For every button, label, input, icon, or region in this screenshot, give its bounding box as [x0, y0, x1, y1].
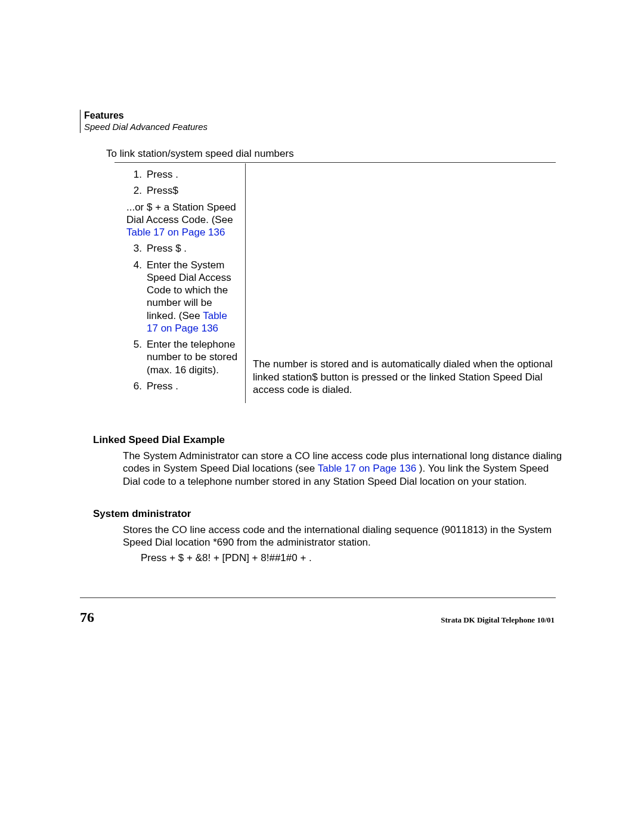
example-paragraph: The System Administrator can store a CO … [123, 450, 564, 488]
step-number: 5. [126, 338, 142, 376]
step-text: Press $ . [147, 242, 240, 255]
notes-column: The number is stored and is automaticall… [246, 163, 556, 403]
header-subtitle: Speed Dial Advanced Features [84, 122, 208, 133]
or-block: ...or $ + a Station Speed Dial Access Co… [126, 201, 240, 239]
example-section: Linked Speed Dial Example The System Adm… [93, 434, 558, 488]
step-3: 3. Press $ . [126, 242, 240, 255]
step-text: Press$ [147, 184, 240, 197]
step-text: Press . [147, 168, 240, 181]
admin-heading: System dministrator [93, 508, 558, 520]
example-heading: Linked Speed Dial Example [93, 434, 558, 446]
step-2: 2. Press$ [126, 184, 240, 197]
step-5: 5. Enter the telephone number to be stor… [126, 338, 240, 376]
lead-line: To link station/system speed dial number… [106, 148, 294, 160]
footer-line: Strata DK Digital Telephone 10/01 [441, 615, 555, 625]
step-number: 3. [126, 242, 142, 255]
press-sequence: Press + $ + &8! + [PDN] + 8!##1#0 + . [141, 552, 312, 564]
step-text: Enter the telephone number to be stored … [147, 338, 240, 376]
step-4: 4. Enter the System Speed Dial Access Co… [126, 259, 240, 335]
step-number: 1. [126, 168, 142, 181]
right-note: The number is stored and is automaticall… [253, 358, 556, 396]
admin-section: System dministrator Stores the CO line a… [93, 508, 558, 549]
cross-ref-link[interactable]: Table 17 on Page 136 [318, 463, 416, 474]
step-text: Enter the System Speed Dial Access Code … [147, 259, 240, 335]
two-column-block: 1. Press . 2. Press$ ...or $ + a Station… [114, 163, 556, 403]
footer-rule [80, 597, 556, 598]
or-pre: ...or $ + a Station Speed Dial Access Co… [126, 202, 236, 225]
step-6: 6. Press . [126, 380, 240, 392]
step-number: 4. [126, 259, 142, 335]
admin-paragraph: Stores the CO line access code and the i… [123, 524, 564, 549]
steps-column: 1. Press . 2. Press$ ...or $ + a Station… [114, 163, 246, 403]
step-number: 6. [126, 380, 142, 392]
page-number: 76 [80, 609, 94, 625]
step-1: 1. Press . [126, 168, 240, 181]
cross-ref-link[interactable]: Table 17 on Page 136 [126, 227, 225, 238]
header-title: Features [84, 110, 208, 122]
page-header: Features Speed Dial Advanced Features [80, 110, 208, 133]
example-between: (see [295, 463, 318, 474]
document-page: Features Speed Dial Advanced Features To… [0, 0, 644, 833]
step-text: Press . [147, 380, 240, 392]
step-number: 2. [126, 184, 142, 197]
divider [114, 162, 556, 163]
